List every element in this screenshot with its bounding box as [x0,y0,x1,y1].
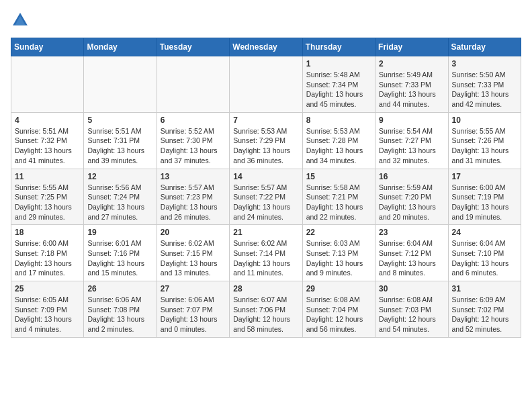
day-info: Sunrise: 5:53 AM Sunset: 7:29 PM Dayligh… [233,126,298,166]
day-info: Sunrise: 6:04 AM Sunset: 7:10 PM Dayligh… [452,238,517,278]
weekday-header-friday: Friday [375,38,448,56]
day-cell: 3Sunrise: 5:50 AM Sunset: 7:33 PM Daylig… [448,56,521,113]
day-info: Sunrise: 6:03 AM Sunset: 7:13 PM Dayligh… [306,238,371,278]
day-number: 16 [379,172,444,181]
day-info: Sunrise: 5:52 AM Sunset: 7:30 PM Dayligh… [161,126,226,166]
day-info: Sunrise: 6:05 AM Sunset: 7:09 PM Dayligh… [15,295,80,334]
week-row-1: 1Sunrise: 5:48 AM Sunset: 7:34 PM Daylig… [11,56,521,113]
day-info: Sunrise: 6:08 AM Sunset: 7:04 PM Dayligh… [306,295,371,334]
weekday-header-wednesday: Wednesday [230,38,302,56]
day-info: Sunrise: 5:55 AM Sunset: 7:25 PM Dayligh… [15,183,80,222]
day-info: Sunrise: 6:00 AM Sunset: 7:18 PM Dayligh… [15,238,80,278]
day-cell: 7Sunrise: 5:53 AM Sunset: 7:29 PM Daylig… [230,112,302,169]
day-cell [157,56,229,113]
day-info: Sunrise: 5:50 AM Sunset: 7:33 PM Dayligh… [452,70,517,109]
weekday-header-saturday: Saturday [448,38,521,56]
weekday-header-sunday: Sunday [11,38,84,56]
day-info: Sunrise: 5:54 AM Sunset: 7:27 PM Dayligh… [379,126,444,166]
day-cell: 16Sunrise: 5:59 AM Sunset: 7:20 PM Dayli… [375,169,448,225]
calendar: SundayMondayTuesdayWednesdayThursdayFrid… [11,38,521,338]
day-info: Sunrise: 5:51 AM Sunset: 7:32 PM Dayligh… [15,126,80,166]
week-row-4: 18Sunrise: 6:00 AM Sunset: 7:18 PM Dayli… [11,225,521,281]
day-number: 30 [379,284,444,293]
day-cell: 29Sunrise: 6:08 AM Sunset: 7:04 PM Dayli… [302,281,375,338]
day-number: 18 [15,228,80,237]
week-row-2: 4Sunrise: 5:51 AM Sunset: 7:32 PM Daylig… [11,112,521,169]
day-cell: 30Sunrise: 6:08 AM Sunset: 7:03 PM Dayli… [375,281,448,338]
day-number: 25 [15,284,80,293]
weekday-header-monday: Monday [84,38,157,56]
day-number: 9 [379,116,444,125]
day-info: Sunrise: 5:57 AM Sunset: 7:22 PM Dayligh… [233,183,298,222]
day-cell: 20Sunrise: 6:02 AM Sunset: 7:15 PM Dayli… [157,225,229,281]
day-info: Sunrise: 6:02 AM Sunset: 7:15 PM Dayligh… [161,238,226,278]
day-cell: 11Sunrise: 5:55 AM Sunset: 7:25 PM Dayli… [11,169,84,225]
day-number: 26 [87,284,152,293]
day-cell: 12Sunrise: 5:56 AM Sunset: 7:24 PM Dayli… [84,169,157,225]
day-number: 11 [15,172,80,181]
day-cell: 13Sunrise: 5:57 AM Sunset: 7:23 PM Dayli… [157,169,229,225]
day-info: Sunrise: 5:58 AM Sunset: 7:21 PM Dayligh… [306,183,371,222]
day-cell: 24Sunrise: 6:04 AM Sunset: 7:10 PM Dayli… [448,225,521,281]
day-cell [11,56,84,113]
day-cell: 14Sunrise: 5:57 AM Sunset: 7:22 PM Dayli… [230,169,302,225]
day-cell: 27Sunrise: 6:06 AM Sunset: 7:07 PM Dayli… [157,281,229,338]
page-header [11,11,521,30]
day-cell: 10Sunrise: 5:55 AM Sunset: 7:26 PM Dayli… [448,112,521,169]
day-info: Sunrise: 5:48 AM Sunset: 7:34 PM Dayligh… [306,70,371,109]
day-cell: 26Sunrise: 6:06 AM Sunset: 7:08 PM Dayli… [84,281,157,338]
day-cell: 4Sunrise: 5:51 AM Sunset: 7:32 PM Daylig… [11,112,84,169]
day-number: 15 [306,172,371,181]
day-number: 28 [233,284,298,293]
day-info: Sunrise: 6:02 AM Sunset: 7:14 PM Dayligh… [233,238,298,278]
day-cell: 2Sunrise: 5:49 AM Sunset: 7:33 PM Daylig… [375,56,448,113]
day-info: Sunrise: 5:53 AM Sunset: 7:28 PM Dayligh… [306,126,371,166]
day-number: 5 [87,116,152,125]
day-number: 24 [452,228,517,237]
day-number: 14 [233,172,298,181]
day-info: Sunrise: 5:49 AM Sunset: 7:33 PM Dayligh… [379,70,444,109]
day-number: 3 [452,59,517,68]
day-number: 1 [306,59,371,68]
day-info: Sunrise: 6:09 AM Sunset: 7:02 PM Dayligh… [452,295,517,334]
day-cell: 21Sunrise: 6:02 AM Sunset: 7:14 PM Dayli… [230,225,302,281]
day-cell: 28Sunrise: 6:07 AM Sunset: 7:06 PM Dayli… [230,281,302,338]
day-cell: 15Sunrise: 5:58 AM Sunset: 7:21 PM Dayli… [302,169,375,225]
weekday-header-row: SundayMondayTuesdayWednesdayThursdayFrid… [11,38,521,56]
day-number: 6 [161,116,226,125]
day-cell: 6Sunrise: 5:52 AM Sunset: 7:30 PM Daylig… [157,112,229,169]
day-info: Sunrise: 6:06 AM Sunset: 7:08 PM Dayligh… [87,295,152,334]
day-info: Sunrise: 6:04 AM Sunset: 7:12 PM Dayligh… [379,238,444,278]
weekday-header-thursday: Thursday [302,38,375,56]
day-number: 31 [452,284,517,293]
day-cell [230,56,302,113]
day-info: Sunrise: 6:06 AM Sunset: 7:07 PM Dayligh… [161,295,226,334]
day-number: 22 [306,228,371,237]
day-cell: 31Sunrise: 6:09 AM Sunset: 7:02 PM Dayli… [448,281,521,338]
day-info: Sunrise: 5:56 AM Sunset: 7:24 PM Dayligh… [87,183,152,222]
day-number: 10 [452,116,517,125]
day-info: Sunrise: 6:01 AM Sunset: 7:16 PM Dayligh… [87,238,152,278]
day-info: Sunrise: 5:51 AM Sunset: 7:31 PM Dayligh… [87,126,152,166]
day-number: 27 [161,284,226,293]
day-cell: 9Sunrise: 5:54 AM Sunset: 7:27 PM Daylig… [375,112,448,169]
day-number: 23 [379,228,444,237]
day-info: Sunrise: 5:55 AM Sunset: 7:26 PM Dayligh… [452,126,517,166]
day-cell: 19Sunrise: 6:01 AM Sunset: 7:16 PM Dayli… [84,225,157,281]
day-number: 7 [233,116,298,125]
logo [11,11,32,30]
day-number: 13 [161,172,226,181]
day-info: Sunrise: 5:59 AM Sunset: 7:20 PM Dayligh… [379,183,444,222]
day-info: Sunrise: 6:07 AM Sunset: 7:06 PM Dayligh… [233,295,298,334]
day-cell: 22Sunrise: 6:03 AM Sunset: 7:13 PM Dayli… [302,225,375,281]
day-info: Sunrise: 6:00 AM Sunset: 7:19 PM Dayligh… [452,183,517,222]
day-cell: 5Sunrise: 5:51 AM Sunset: 7:31 PM Daylig… [84,112,157,169]
day-number: 4 [15,116,80,125]
day-cell: 8Sunrise: 5:53 AM Sunset: 7:28 PM Daylig… [302,112,375,169]
day-number: 8 [306,116,371,125]
day-cell: 18Sunrise: 6:00 AM Sunset: 7:18 PM Dayli… [11,225,84,281]
day-number: 12 [87,172,152,181]
day-info: Sunrise: 6:08 AM Sunset: 7:03 PM Dayligh… [379,295,444,334]
logo-icon [11,11,30,30]
day-number: 19 [87,228,152,237]
